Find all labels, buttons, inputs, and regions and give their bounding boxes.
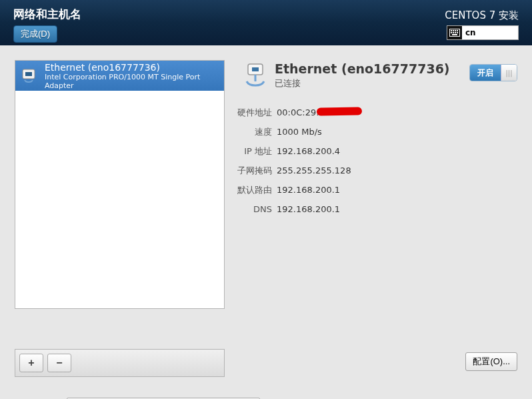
svg-rect-12 <box>25 72 32 76</box>
toggle-on-label: 开启 <box>470 65 501 81</box>
row-dns: DNS 192.168.200.1 <box>237 200 359 219</box>
detail-table: 硬件地址 00:0C:29: 速度 1000 Mb/s IP 地址 192.16… <box>237 103 359 219</box>
row-netmask: 子网掩码 255.255.255.128 <box>237 161 359 180</box>
svg-rect-3 <box>453 30 454 31</box>
dns-label: DNS <box>237 204 272 214</box>
ip-label: IP 地址 <box>237 145 272 157</box>
interface-subtitle: Intel Corporation PRO/1000 MT Single Por… <box>45 73 219 90</box>
page-title: 网络和主机名 <box>13 7 81 22</box>
ethernet-detail-icon <box>241 61 269 89</box>
row-speed: 速度 1000 Mb/s <box>237 122 359 141</box>
row-ip: IP 地址 192.168.200.4 <box>237 141 359 161</box>
row-gateway: 默认路由 192.168.200.1 <box>237 180 359 200</box>
svg-rect-6 <box>451 32 452 33</box>
hwaddr-value: 00:0C:29: <box>272 107 359 117</box>
detail-interface-title: Ethernet (eno16777736) <box>275 61 450 76</box>
detail-status: 已连接 <box>275 77 301 89</box>
installer-title: CENTOS 7 安装 <box>445 9 519 22</box>
hwaddr-label: 硬件地址 <box>237 107 272 119</box>
configure-button[interactable]: 配置(O)... <box>465 352 517 371</box>
remove-interface-button[interactable]: − <box>47 354 71 372</box>
network-interface-item[interactable]: Ethernet (eno16777736) Intel Corporation… <box>15 61 224 91</box>
gateway-label: 默认路由 <box>237 184 272 196</box>
interface-name: Ethernet (eno16777736) <box>45 62 219 73</box>
svg-rect-8 <box>455 32 456 33</box>
input-method-label: cn <box>462 28 476 37</box>
ethernet-icon <box>21 67 39 85</box>
done-button[interactable]: 完成(D) <box>13 25 57 43</box>
svg-rect-14 <box>252 67 259 71</box>
row-hwaddr: 硬件地址 00:0C:29: <box>237 103 359 122</box>
network-interface-list: Ethernet (eno16777736) Intel Corporation… <box>15 60 225 309</box>
speed-label: 速度 <box>237 126 272 138</box>
svg-rect-4 <box>455 30 456 31</box>
netmask-value: 255.255.255.128 <box>272 165 351 175</box>
svg-rect-2 <box>451 30 452 31</box>
svg-rect-5 <box>457 30 458 31</box>
svg-rect-10 <box>452 34 457 35</box>
list-toolbar: + − <box>15 349 225 377</box>
gateway-value: 192.168.200.1 <box>272 185 340 195</box>
redacted-mac <box>319 109 359 115</box>
speed-value: 1000 Mb/s <box>272 127 322 137</box>
keyboard-icon <box>447 26 462 39</box>
header: 网络和主机名 完成(D) CENTOS 7 安装 cn <box>0 0 532 45</box>
dns-value: 192.168.200.1 <box>272 204 340 214</box>
content: Ethernet (eno16777736) Intel Corporation… <box>0 45 532 399</box>
svg-rect-7 <box>453 32 454 33</box>
interface-toggle[interactable]: 开启 ||| <box>469 64 517 81</box>
svg-rect-9 <box>457 32 458 33</box>
input-method-indicator[interactable]: cn <box>447 25 519 40</box>
netmask-label: 子网掩码 <box>237 165 272 177</box>
ip-value: 192.168.200.4 <box>272 146 340 156</box>
toggle-knob: ||| <box>501 65 517 81</box>
add-interface-button[interactable]: + <box>19 354 43 372</box>
